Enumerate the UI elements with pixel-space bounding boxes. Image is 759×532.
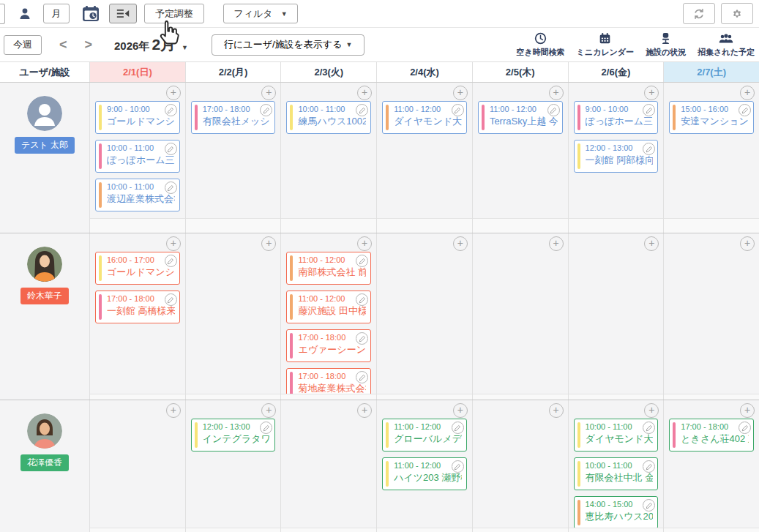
all-day-strip[interactable] [569, 394, 664, 400]
add-event-icon[interactable]: + [261, 86, 276, 100]
event-card[interactable]: 11:00 - 12:00グローバルメディ… [382, 419, 467, 452]
quick-action-people[interactable]: 招集された予定 [698, 32, 755, 58]
event-card[interactable]: 17:00 - 18:00ときさん荘402 東… [669, 419, 754, 452]
this-week-button[interactable]: 今週 [4, 35, 42, 55]
add-event-icon[interactable]: + [261, 236, 276, 251]
all-day-strip[interactable] [186, 528, 281, 532]
add-event-icon[interactable]: + [549, 403, 564, 418]
edit-pencil-icon[interactable] [643, 499, 655, 512]
generic-avatar[interactable] [27, 96, 62, 131]
add-event-icon[interactable]: + [357, 236, 372, 251]
add-event-icon[interactable]: + [166, 236, 181, 251]
clipped-edge-button[interactable] [0, 4, 5, 24]
edit-pencil-icon[interactable] [165, 143, 177, 155]
user-icon[interactable] [14, 3, 36, 25]
edit-pencil-icon[interactable] [356, 293, 368, 306]
all-day-strip[interactable] [186, 218, 281, 233]
edit-pencil-icon[interactable] [356, 332, 368, 345]
event-card[interactable]: 9:00 - 10:00ゴールドマンショ… [95, 101, 180, 134]
edit-pencil-icon[interactable] [452, 104, 464, 116]
add-event-icon[interactable]: + [357, 403, 372, 418]
event-card[interactable]: 10:00 - 11:00練馬ハウス1002 遠… [286, 101, 371, 134]
row-display-select[interactable]: 行にユーザ/施設を表示する ▼ [212, 34, 364, 56]
all-day-strip[interactable] [90, 528, 185, 532]
add-event-icon[interactable]: + [166, 403, 181, 418]
event-card[interactable]: 17:00 - 18:00有限会社メッシュ … [191, 101, 276, 134]
refresh-icon[interactable] [683, 3, 715, 24]
all-day-strip[interactable] [664, 528, 759, 532]
edit-pencil-icon[interactable] [643, 460, 655, 473]
all-day-strip[interactable] [90, 394, 185, 400]
all-day-strip[interactable] [377, 528, 472, 532]
all-day-strip[interactable] [473, 394, 568, 400]
edit-pencil-icon[interactable] [165, 255, 177, 267]
edit-pencil-icon[interactable] [165, 104, 177, 116]
event-card[interactable]: 17:00 - 18:00菊地産業株式会社 … [286, 368, 371, 394]
all-day-strip[interactable] [377, 218, 472, 233]
add-event-icon[interactable]: + [453, 236, 468, 251]
event-card[interactable]: 12:00 - 13:00インテグラタワー1… [191, 419, 276, 452]
all-day-strip[interactable] [664, 394, 759, 400]
month-view-button[interactable]: 月 [43, 4, 70, 23]
edit-pencil-icon[interactable] [356, 371, 368, 383]
event-card[interactable]: 11:00 - 12:00ダイヤモンド大井 … [382, 101, 467, 134]
add-event-icon[interactable]: + [740, 86, 755, 100]
prev-week-button[interactable]: < [51, 37, 76, 53]
add-event-icon[interactable]: + [644, 86, 659, 100]
add-event-icon[interactable]: + [740, 236, 755, 251]
quick-action-mini-calendar[interactable]: ミニカレンダー [576, 32, 634, 58]
date-selector[interactable]: 2026年 2月 ▼ [114, 34, 188, 55]
add-event-icon[interactable]: + [166, 86, 181, 100]
all-day-strip[interactable] [569, 528, 664, 532]
quick-action-clock[interactable]: 空き時間検索 [516, 32, 564, 58]
add-event-icon[interactable]: + [644, 403, 659, 418]
event-card[interactable]: 11:00 - 12:00ハイツ203 瀬野様… [382, 457, 467, 490]
edit-pencil-icon[interactable] [356, 255, 368, 267]
add-event-icon[interactable]: + [644, 236, 659, 251]
user-name-badge[interactable]: テスト 太郎 [15, 137, 75, 154]
edit-pencil-icon[interactable] [547, 104, 560, 116]
add-event-icon[interactable]: + [453, 403, 468, 418]
user-name-badge[interactable]: 花澤優香 [20, 454, 69, 471]
edit-pencil-icon[interactable] [260, 422, 272, 434]
edit-pencil-icon[interactable] [739, 422, 751, 434]
next-week-button[interactable]: > [76, 37, 102, 53]
edit-pencil-icon[interactable] [260, 104, 272, 116]
edit-pencil-icon[interactable] [165, 293, 177, 306]
all-day-strip[interactable] [281, 218, 376, 233]
event-card[interactable]: 9:00 - 10:00ぽっぽホーム三番… [574, 101, 659, 134]
female-avatar-1[interactable] [27, 247, 62, 282]
female-avatar-2[interactable] [27, 413, 62, 449]
user-name-badge[interactable]: 鈴木華子 [20, 288, 69, 304]
all-day-strip[interactable] [377, 394, 472, 400]
quick-action-seat[interactable]: 施設の状況 [646, 32, 686, 58]
event-card[interactable]: 11:00 - 12:00南部株式会社 前川0… [286, 252, 371, 285]
edit-pencil-icon[interactable] [165, 181, 177, 194]
schedule-adjust-button[interactable]: 予定調整 [144, 4, 204, 23]
event-card[interactable]: 10:00 - 11:00渡辺産業株式会社 … [95, 179, 180, 211]
all-day-strip[interactable] [473, 528, 568, 532]
add-event-icon[interactable]: + [549, 236, 564, 251]
event-card[interactable]: 17:00 - 18:00一刻館 高橋様来客 [95, 291, 180, 323]
edit-pencil-icon[interactable] [643, 143, 655, 155]
all-day-strip[interactable] [281, 394, 376, 400]
event-card[interactable]: 15:00 - 16:00安達マンション 51… [669, 101, 754, 134]
event-card[interactable]: 17:00 - 18:00エヴァーシーン広… [286, 329, 371, 362]
add-event-icon[interactable]: + [549, 86, 564, 100]
add-event-icon[interactable]: + [357, 86, 372, 100]
event-card[interactable]: 14:00 - 15:00恵比寿ハウス202号… [574, 496, 659, 528]
event-card[interactable]: 10:00 - 11:00有限会社中北 金沢… [574, 457, 659, 490]
all-day-strip[interactable] [569, 218, 664, 233]
all-day-strip[interactable] [90, 218, 185, 233]
gear-icon[interactable] [721, 3, 753, 24]
all-day-strip[interactable] [281, 528, 376, 532]
event-card[interactable]: 16:00 - 17:00ゴールドマンショ… [95, 252, 180, 285]
add-event-icon[interactable]: + [453, 86, 468, 100]
filter-button[interactable]: フィルタ ▼ [223, 4, 298, 23]
event-card[interactable]: 10:00 - 11:00ぽっぽホーム三番… [95, 140, 180, 173]
edit-pencil-icon[interactable] [643, 422, 655, 434]
all-day-strip[interactable] [186, 394, 281, 400]
edit-pencil-icon[interactable] [643, 104, 655, 116]
edit-pencil-icon[interactable] [452, 422, 464, 434]
collapse-list-icon[interactable] [109, 4, 137, 23]
